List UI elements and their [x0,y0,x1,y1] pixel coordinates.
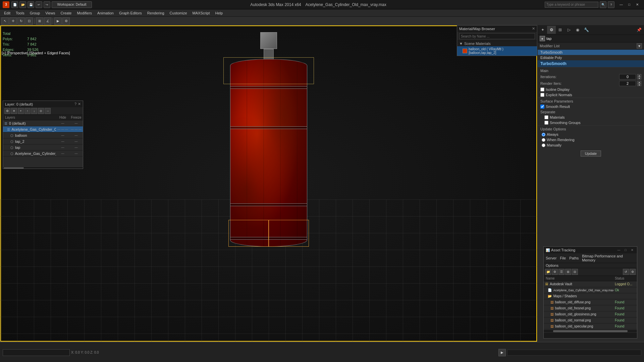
minimize-btn[interactable]: — [617,1,625,8]
layers-settings-btn[interactable]: ⚙ [4,108,10,114]
search-input[interactable] [545,2,598,8]
create-icon[interactable]: ✦ [538,26,547,34]
maximize-btn[interactable]: □ [625,1,633,8]
menu-views[interactable]: Views [43,10,58,16]
smoothing-groups-checkbox[interactable] [544,121,548,125]
iterations-input[interactable] [619,74,636,79]
display-icon[interactable]: ◉ [573,26,582,34]
asset-row-maps-folder[interactable]: 📂 Maps / Shaders [544,293,637,299]
menu-tools[interactable]: Tools [13,10,27,16]
asset-input-bar[interactable] [544,332,637,338]
layers-help-btn[interactable]: ? [74,102,76,106]
undo-btn[interactable]: ↩ [36,1,42,8]
mat-browser-close[interactable]: ✕ [532,26,535,31]
asset-menu-bitmap[interactable]: Bitmap Performance and Memory [581,254,636,262]
window-controls[interactable]: — □ ✕ [617,1,641,8]
layers-scroll-thumb[interactable] [4,167,24,169]
command-panel-icons[interactable]: ✦ ⚙ ⊞ ▷ ◉ 🔧 📌 [538,25,644,35]
layer-row-default[interactable]: ☰ 0 (default) — — [3,120,83,126]
workspace-btn[interactable]: Workspace: Default [52,1,92,8]
layers-obj-btn[interactable]: ⊙ [38,108,44,114]
manually-radio[interactable] [542,143,545,147]
riter-up[interactable]: ▲ [637,81,641,83]
redo-btn[interactable]: ↪ [44,1,50,8]
layers-add-btn[interactable]: + [18,108,24,114]
move-btn[interactable]: ✛ [9,17,17,25]
asset-tb-3[interactable]: ☰ [558,269,565,275]
menu-maxscript[interactable]: MAXScript [190,10,213,16]
asset-scrollbar[interactable] [544,329,637,332]
asset-tb-5[interactable]: ⊟ [572,269,578,275]
smooth-result-checkbox[interactable] [540,105,544,109]
select-btn[interactable]: ↖ [1,17,9,25]
when-rendering-radio[interactable] [542,138,545,142]
menu-customize[interactable]: Customize [167,10,190,16]
menu-help[interactable]: Help [213,10,226,16]
asset-row-maxfile[interactable]: 📄 Acetylene_Gas_Cylinder_Old_max_vray.ma… [544,287,637,293]
material-item[interactable]: balloon_old ( VRayMtl ) [balloon,tap,tap… [457,46,537,56]
asset-menu-options[interactable]: Options [545,263,559,268]
new-btn[interactable]: 📄 [11,1,18,8]
layers-close-btn[interactable]: ✕ [78,102,81,106]
render-setup-btn[interactable]: ⚙ [62,17,70,25]
menu-animation[interactable]: Animation [95,10,116,16]
iter-down[interactable]: ▼ [637,77,641,79]
viewport[interactable]: [+] [Perspective] [Shaded + Edged Faces] [0,25,537,342]
layer-row-cyl-obj[interactable]: ⬡ Acetylene_Gas_Cylinder_Old — — [3,150,83,157]
layer-row-balloon[interactable]: ⬡ balloon — — [3,132,83,138]
asset-menu-file[interactable]: File [559,256,567,260]
materials-checkbox[interactable] [544,115,548,119]
scale-btn[interactable]: ⊡ [25,17,33,25]
layers-toolbar[interactable]: ⚙ ✕ + ↑ ↓ ⊙ → [3,107,83,115]
toolbar-controls[interactable]: 📄 📂 💾 ↩ ↪ Workspace: Default [11,1,92,8]
mat-search-input[interactable] [459,33,535,39]
isoline-checkbox[interactable] [540,87,544,92]
menu-edit[interactable]: Edit [1,10,13,16]
layers-move-btn[interactable]: → [45,108,51,114]
asset-toolbar[interactable]: 📁 ⚙ ☰ ⊞ ⊟ ↺ ⚙ [544,268,637,276]
asset-menu-server[interactable]: Server [545,256,557,260]
turbosmooth-modifier[interactable]: TurboSmooth [538,50,644,55]
modifier-list-dropdown[interactable]: ▼ [637,43,642,49]
search-btn[interactable]: 🔍 [600,1,606,8]
menu-create[interactable]: Create [58,10,74,16]
snap-btn[interactable]: ⊞ [36,17,43,25]
iter-up[interactable]: ▲ [637,74,641,77]
update-button[interactable]: Update [581,150,601,157]
editable-poly-modifier[interactable]: Editable Poly [538,55,644,60]
open-btn[interactable]: 📂 [19,1,26,8]
explicit-normals-checkbox[interactable] [540,93,544,97]
scene-materials-header[interactable]: ▼ Scene Materials [457,41,537,46]
asset-settings-btn[interactable]: ⚙ [630,269,636,275]
asset-menu-paths[interactable]: Paths [569,256,579,260]
asset-search-input[interactable] [544,333,637,338]
render-btn[interactable]: ▶ [54,17,62,25]
asset-row-glossiness[interactable]: 🖼 balloon_old_glossiness.png Found [544,311,637,317]
layers-down-btn[interactable]: ↓ [31,108,37,114]
menu-graph-editors[interactable]: Graph Editors [116,10,145,16]
asset-row-diffuse[interactable]: 🖼 balloon_old_diffuse.png Found [544,299,637,305]
asset-refresh-btn[interactable]: ↺ [623,269,629,275]
search-area[interactable]: 🔍 ? [545,1,614,8]
asset-tb-4[interactable]: ⊞ [565,269,571,275]
layers-up-btn[interactable]: ↑ [24,108,31,114]
asset-row-fresnel[interactable]: 🖼 balloon_old_fresnel.png Found [544,305,637,311]
timeline-bar[interactable] [507,350,641,356]
asset-close-btn[interactable]: ✕ [630,248,635,252]
menu-rendering[interactable]: Rendering [145,10,167,16]
mat-search-area[interactable] [457,32,537,41]
asset-row-specular[interactable]: 🖼 balloon_old_specular.png Found [544,323,637,329]
layers-delete-btn[interactable]: ✕ [11,108,17,114]
asset-tb-1[interactable]: 📁 [545,269,551,275]
iterations-spinner[interactable]: ▲ ▼ [637,74,641,79]
close-btn[interactable]: ✕ [633,1,641,8]
layer-row-tap[interactable]: ⬡ tap — — [3,144,83,150]
object-color-swatch[interactable]: ■ [540,36,545,41]
riter-down[interactable]: ▼ [637,83,641,86]
motion-icon[interactable]: ▷ [565,26,573,34]
layer-row-tap2[interactable]: ⬡ tap_2 — — [3,138,83,144]
layer-row-cylinder[interactable]: ☰ Acetylene_Gas_Cylinder_Old — — — — — — [3,126,83,132]
asset-minimize-btn[interactable]: — [616,248,622,252]
asset-row-normal[interactable]: 🖼 balloon_old_normal.png Found [544,317,637,323]
save-btn[interactable]: 💾 [28,1,34,8]
